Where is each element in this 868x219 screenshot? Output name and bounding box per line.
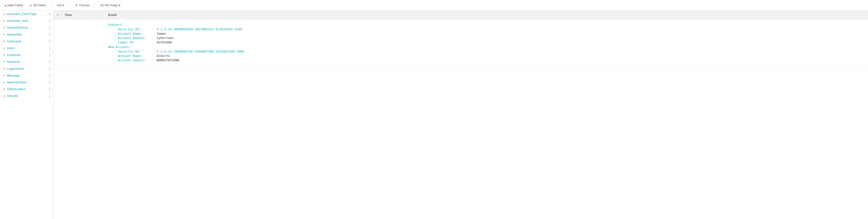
event-field-row: Account Domain:Cybertees xyxy=(118,36,864,40)
event-field-key-0-1-0: Security ID: xyxy=(118,50,157,53)
type-icon-4: a xyxy=(3,39,6,43)
sidebar-item-homepath[interactable]: a HomePath 1 xyxy=(0,31,53,38)
field-count-3: 1 xyxy=(49,32,51,37)
event-field-row: Security ID:S-1-5-21-4020993649-10376054… xyxy=(118,27,864,31)
event-field-value-0-0-2: Cybertees xyxy=(157,36,174,40)
col-info-header: i xyxy=(57,13,64,17)
list-dropdown-icon: ▾ xyxy=(63,3,64,7)
field-count-8: 1 xyxy=(49,67,51,71)
field-count-9: 1 xyxy=(49,73,51,77)
sidebar-item-message[interactable]: a Message 1 xyxy=(0,72,53,79)
field-name-9: Message xyxy=(7,73,48,78)
field-name-6: Keywords xyxy=(7,53,48,57)
sidebar-item-logonhours[interactable]: a LogonHours 1 xyxy=(0,65,53,72)
field-name-12: Opcode xyxy=(7,94,48,98)
all-fields-button[interactable]: ≡ All Fields xyxy=(28,2,47,8)
app-container: ◂ Hide Fields ≡ All Fields List ▾ ✎ Form… xyxy=(0,0,868,219)
col-event-header: Event xyxy=(108,13,864,17)
event-row-content: Subject:Security ID:S-1-5-21-4020993649-… xyxy=(108,22,864,63)
sidebar-item-opcode[interactable]: a Opcode 1 xyxy=(0,93,53,99)
field-name-3: HomePath xyxy=(7,32,48,37)
event-field-value-0-1-1: Alberto xyxy=(157,54,170,58)
type-icon-0: a xyxy=(3,12,6,16)
per-page-dropdown-icon: ▾ xyxy=(119,3,121,7)
field-count-12: 1 xyxy=(49,94,51,98)
event-field-value-0-0-0: S-1-5-21-4020993649-1037605423-417876593… xyxy=(157,27,242,31)
all-fields-icon: ≡ xyxy=(30,3,32,7)
hide-fields-button[interactable]: ◂ Hide Fields xyxy=(3,2,25,8)
type-icon-12: a xyxy=(3,94,6,98)
type-icon-1: a xyxy=(3,19,6,23)
field-name-10: NewUacValue xyxy=(7,80,48,84)
table-row: Subject:Security ID:S-1-5-21-4020993649-… xyxy=(53,20,868,65)
sidebar-item-newuacvalue[interactable]: a NewUacValue 1 xyxy=(0,79,53,86)
field-name-5: index xyxy=(7,46,48,50)
type-icon-8: a xyxy=(3,67,6,71)
event-field-value-0-0-3: 0x551686 xyxy=(157,40,172,44)
event-field-value-0-1-2: WORKSTATION6 xyxy=(157,59,180,62)
event-field-key-0-0-0: Security ID: xyxy=(118,27,157,31)
main-layout: a extracted_EventType 1 a extracted_host… xyxy=(0,11,868,219)
sidebar-item-keywords[interactable]: # Keywords 1 xyxy=(0,51,53,59)
event-field-key-0-0-2: Account Domain: xyxy=(118,36,157,40)
field-count-4: 1 xyxy=(49,39,51,43)
field-name-8: LogonHours xyxy=(7,67,48,71)
type-icon-10: a xyxy=(3,80,6,84)
per-page-dropdown[interactable]: 20 Per Page ▾ xyxy=(99,2,122,8)
field-count-7: 1 xyxy=(49,60,51,64)
field-name-0: extracted_EventType xyxy=(7,12,48,16)
toolbar: ◂ Hide Fields ≡ All Fields List ▾ ✎ Form… xyxy=(0,0,868,11)
type-icon-9: a xyxy=(3,73,6,77)
field-count-1: 1 xyxy=(49,19,51,23)
event-field-value-0-0-1: James xyxy=(157,32,166,35)
event-field-key-0-1-1: Account Name: xyxy=(118,54,157,58)
list-dropdown[interactable]: List ▾ xyxy=(55,2,66,8)
field-name-7: linecount xyxy=(7,60,48,64)
field-count-11: 1 xyxy=(49,87,51,91)
field-count-2: 1 xyxy=(49,26,51,30)
event-section-label-0-0: Subject: xyxy=(108,23,864,26)
format-icon: ✎ xyxy=(75,3,78,7)
type-icon-6: # xyxy=(3,53,6,57)
type-icon-5: a xyxy=(3,46,6,50)
type-icon-7: # xyxy=(3,60,6,64)
toolbar-separator-1 xyxy=(51,3,52,8)
field-count-0: 1 xyxy=(49,12,51,16)
event-field-row: Account Name:Alberto xyxy=(118,54,864,58)
sidebar-item-linecount[interactable]: # linecount 1 xyxy=(0,59,53,65)
format-button[interactable]: ✎ Format xyxy=(74,2,91,8)
event-field-row: Account Domain:WORKSTATION6 xyxy=(118,59,864,62)
event-section-label-0-1: New Account: xyxy=(108,45,864,49)
event-field-value-0-1-0: S-1-5-21-1969843730-2406867588-154385214… xyxy=(157,50,244,53)
table-header: i Time Event xyxy=(53,11,868,20)
sidebar-item-extracted_host[interactable]: a extracted_host 1 xyxy=(0,17,53,24)
field-count-6: 1 xyxy=(49,53,51,57)
hide-fields-icon: ◂ xyxy=(4,3,6,7)
sidebar-item-hostname[interactable]: a Hostname 1 xyxy=(0,38,53,45)
event-field-row: Account Name:James xyxy=(118,32,864,35)
content-area: i Time Event Subject:Security ID:S-1-5-2… xyxy=(53,11,868,219)
type-icon-2: a xyxy=(3,26,6,30)
event-field-key-0-0-3: Logon ID: xyxy=(118,40,157,44)
field-count-10: 1 xyxy=(49,80,51,84)
field-name-11: OldUacValue xyxy=(7,87,48,91)
field-name-4: Hostname xyxy=(7,39,48,44)
field-count-5: 1 xyxy=(49,46,51,50)
event-field-row: Logon ID:0x551686 xyxy=(118,40,864,44)
col-time-header: Time xyxy=(64,13,108,17)
type-icon-3: a xyxy=(3,32,6,37)
field-name-2: HomeDirectory xyxy=(7,26,48,30)
sidebar-item-olduacvalue[interactable]: a OldUacValue 1 xyxy=(0,86,53,93)
sidebar-item-homedirectory[interactable]: a HomeDirectory 1 xyxy=(0,24,53,31)
sidebar-item-extracted_eventtype[interactable]: a extracted_EventType 1 xyxy=(0,11,53,17)
event-field-key-0-0-1: Account Name: xyxy=(118,32,157,35)
type-icon-11: a xyxy=(3,87,6,91)
field-name-1: extracted_host xyxy=(7,19,48,23)
sidebar-item-index[interactable]: a index 1 xyxy=(0,45,53,51)
sidebar: a extracted_EventType 1 a extracted_host… xyxy=(0,11,53,219)
table-body: Subject:Security ID:S-1-5-21-4020993649-… xyxy=(53,20,868,219)
event-field-row: Security ID:S-1-5-21-1969843730-24068675… xyxy=(118,50,864,53)
event-field-key-0-1-2: Account Domain: xyxy=(118,59,157,62)
